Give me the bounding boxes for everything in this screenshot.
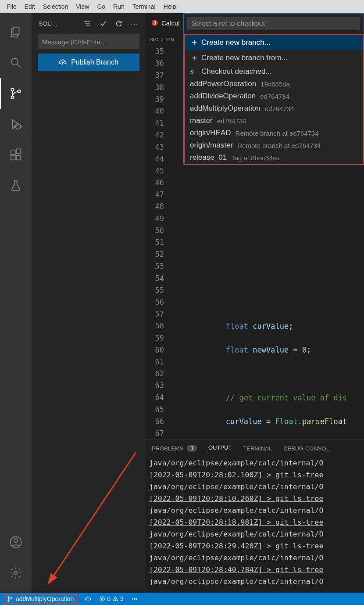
quickpick-item-label: Create new branch from...	[201, 54, 288, 62]
warning-icon	[112, 596, 118, 602]
panel-tab-output[interactable]: OUTPUT	[208, 444, 232, 452]
beaker-icon	[9, 179, 22, 192]
java-file-icon: J	[152, 20, 158, 26]
plus-icon: ＋	[190, 52, 197, 64]
quickpick-item-tag[interactable]: release_01 Tag at 8bbc64ea	[185, 151, 363, 164]
svg-rect-9	[11, 150, 15, 155]
activity-debug[interactable]	[0, 109, 32, 140]
quickpick-item-remote[interactable]: origin/master Remote branch at ed764734	[185, 139, 363, 151]
error-icon	[99, 596, 105, 602]
activity-extensions[interactable]	[0, 140, 32, 170]
svg-point-21	[11, 597, 12, 598]
menu-view[interactable]: View	[72, 3, 93, 10]
publish-branch-label: Publish Branch	[71, 58, 118, 66]
menu-help[interactable]: Help	[160, 3, 180, 10]
menu-terminal[interactable]: Terminal	[128, 3, 160, 10]
menu-file[interactable]: File	[3, 3, 21, 10]
activity-settings[interactable]	[0, 558, 32, 588]
sidebar-scm: SOU… ··· Message (Ctrl+Ente… Publish Bra…	[32, 13, 146, 593]
svg-rect-12	[16, 149, 21, 153]
plus-icon: ＋	[190, 36, 197, 48]
panel-tab-terminal[interactable]: TERMINAL	[243, 445, 272, 452]
svg-line-2	[18, 65, 21, 68]
svg-point-20	[8, 600, 9, 601]
panel-tab-problems[interactable]: PROBLEMS 3	[152, 445, 197, 452]
breadcrumb-item[interactable]: ma	[165, 36, 174, 43]
detach-icon: ⎋	[190, 68, 197, 75]
svg-point-26	[115, 600, 116, 600]
error-count: 0	[107, 595, 111, 602]
output-body[interactable]: java/org/eclipse/example/calc/internal/O…	[146, 457, 364, 587]
status-sync[interactable]	[85, 596, 91, 602]
quickpick-item-branch[interactable]: addPowerOperation 19d665da	[185, 78, 363, 90]
files-icon	[9, 25, 22, 39]
svg-point-3	[11, 88, 14, 91]
more-icon[interactable]: ···	[131, 20, 139, 28]
quickpick-item-remote[interactable]: origin/HEAD Remote branch at ed764734	[185, 127, 363, 139]
publish-branch-button[interactable]: Publish Branch	[38, 54, 139, 71]
refresh-icon[interactable]	[115, 20, 123, 28]
quickpick-input[interactable]: Select a ref to checkout	[187, 17, 360, 30]
svg-point-14	[14, 539, 18, 543]
sidebar-header: SOU… ···	[32, 13, 146, 34]
status-branch[interactable]: addMultiplyOperation	[4, 594, 77, 604]
menubar[interactable]: File Edit Selection View Go Run Terminal…	[0, 0, 364, 13]
quickpick-item-hint: Tag at 8bbc64ea	[231, 154, 280, 162]
problems-badge: 3	[187, 445, 197, 452]
activity-testing[interactable]	[0, 170, 32, 201]
cloud-upload-icon	[59, 58, 67, 66]
quickpick-item-label: addDivideOperation	[190, 92, 256, 101]
warning-count: 3	[120, 595, 124, 602]
commit-icon[interactable]	[99, 20, 107, 28]
quickpick-item-checkout-detached[interactable]: ⎋ Checkout detached...	[185, 65, 363, 78]
quickpick-item-hint: Remote branch at ed764734	[236, 130, 319, 137]
quickpick-item-hint: Remote branch at ed764734	[237, 142, 321, 149]
sidebar-title: SOU…	[39, 20, 61, 27]
panel: PROBLEMS 3 OUTPUT TERMINAL DEBUG CONSOL …	[146, 439, 364, 593]
quickpick-item-branch[interactable]: addDivideOperation ed764734	[185, 90, 363, 102]
svg-point-4	[11, 96, 14, 99]
panel-tabs: PROBLEMS 3 OUTPUT TERMINAL DEBUG CONSOL	[146, 439, 364, 457]
svg-point-1	[11, 58, 18, 65]
activity-search[interactable]	[0, 47, 32, 78]
search-icon	[9, 56, 22, 69]
quickpick-item-label: addPowerOperation	[190, 79, 256, 88]
status-radio[interactable]	[132, 596, 138, 602]
activity-accounts[interactable]	[0, 527, 32, 558]
svg-rect-10	[11, 155, 15, 160]
quickpick-item-hint: ed764734	[217, 117, 246, 125]
editor-tab[interactable]: J Calcul	[146, 13, 186, 32]
status-branch-name: addMultiplyOperation	[16, 595, 74, 602]
quickpick-item-hint: ed764734	[265, 105, 294, 112]
quickpick-item-label: release_01	[190, 153, 227, 162]
menu-edit[interactable]: Edit	[21, 3, 39, 10]
breadcrumb-item[interactable]: src	[150, 36, 158, 43]
git-branch-icon	[7, 596, 13, 602]
quickpick-item-hint: ed764734	[260, 93, 289, 100]
status-bar: addMultiplyOperation 0 3	[0, 593, 364, 605]
scm-message-input[interactable]: Message (Ctrl+Ente…	[38, 34, 139, 49]
quickpick-item-label: Checkout detached...	[201, 67, 272, 76]
quickpick-item-label: origin/master	[190, 141, 233, 150]
quickpick-item-label: addMultiplyOperation	[190, 104, 261, 113]
debug-icon	[9, 118, 22, 131]
activity-explorer[interactable]	[0, 17, 32, 47]
status-problems[interactable]: 0 3	[99, 595, 124, 602]
quickpick-item-branch[interactable]: addMultiplyOperation ed764734	[185, 102, 363, 115]
svg-rect-0	[13, 27, 19, 35]
menu-go[interactable]: Go	[93, 3, 109, 10]
panel-tab-debug-console[interactable]: DEBUG CONSOL	[283, 445, 329, 452]
menu-selection[interactable]: Selection	[39, 3, 72, 10]
quickpick-item-branch[interactable]: master ed764734	[185, 115, 363, 127]
quickpick-item-create-branch[interactable]: ＋ Create new branch...	[185, 35, 363, 50]
svg-rect-11	[16, 155, 21, 160]
view-as-tree-icon[interactable]	[83, 20, 91, 28]
account-icon	[9, 536, 22, 549]
quickpick-item-create-branch-from[interactable]: ＋ Create new branch from...	[185, 50, 363, 65]
quickpick-item-label: master	[190, 116, 213, 125]
panel-tab-label: PROBLEMS	[152, 445, 183, 452]
activity-scm[interactable]	[0, 78, 32, 109]
activity-bar	[0, 13, 32, 593]
menu-run[interactable]: Run	[109, 3, 128, 10]
svg-point-5	[18, 90, 20, 93]
